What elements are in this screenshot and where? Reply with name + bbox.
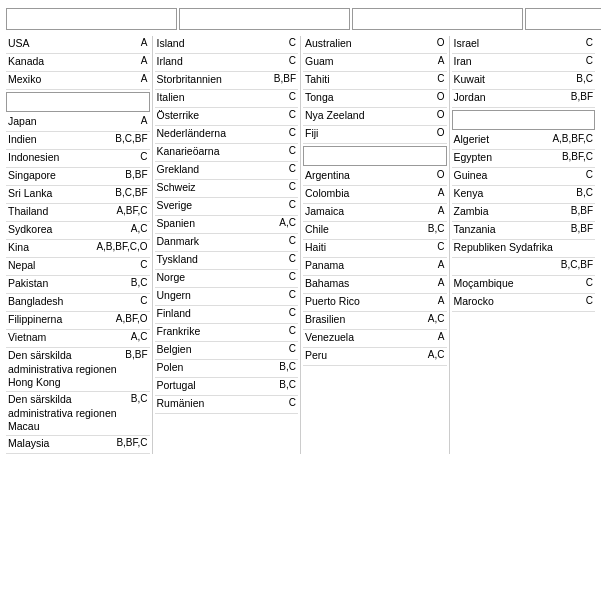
country-code: C [289,181,296,192]
header-input-1[interactable] [6,8,177,30]
country-row: IndonesienC [6,150,150,168]
country-name: Irland [157,55,287,69]
country-name: Bangladesh [8,295,138,309]
country-name: Fiji [305,127,435,141]
country-code: O [437,37,445,48]
country-code: C [289,37,296,48]
country-code: A,C [279,217,296,228]
country-row: VietnamA,C [6,330,150,348]
country-code: C [289,325,296,336]
country-name: Tyskland [157,253,287,267]
country-code: C [289,343,296,354]
country-row: MoçambiqueC [452,276,596,294]
col-divider-1 [152,36,153,454]
country-row: ÖsterrikeC [155,108,299,126]
country-row: GreklandC [155,162,299,180]
country-code: B,C [576,73,593,84]
inline-input-col3[interactable] [303,146,447,166]
country-name: Jamaica [305,205,436,219]
country-row: AustralienO [303,36,447,54]
country-row: KanadaA [6,54,150,72]
country-code: B,BF [571,91,593,102]
country-row: ChileB,C [303,222,447,240]
country-row: BangladeshC [6,294,150,312]
country-name: Mexiko [8,73,139,87]
country-row: B,C,BF [452,258,596,276]
country-row: FijiO [303,126,447,144]
country-code: C [586,55,593,66]
country-row: JordanB,BF [452,90,596,108]
country-code: B,BF [571,223,593,234]
country-code: B,C [576,187,593,198]
col-divider-2 [300,36,301,454]
country-row: BelgienC [155,342,299,360]
country-row: Nya ZeelandO [303,108,447,126]
country-code: B,C,BF [561,259,593,270]
country-row: Republiken Sydafrika [452,240,596,258]
country-code: B,C [279,379,296,390]
country-row: NorgeC [155,270,299,288]
country-code: B,C,BF [115,187,147,198]
country-code: C [289,163,296,174]
country-code: C [140,295,147,306]
country-code: O [437,109,445,120]
header-input-3[interactable] [352,8,523,30]
country-row: MarockoC [452,294,596,312]
country-name: Bahamas [305,277,436,291]
country-name: Nederländerna [157,127,287,141]
country-code: O [437,91,445,102]
header-input-4[interactable] [525,8,601,30]
country-name: Nya Zeeland [305,109,435,123]
country-name: Filippinerna [8,313,114,327]
country-code: C [289,127,296,138]
country-code: A [141,115,148,126]
country-name: Thailand [8,205,114,219]
country-name: Belgien [157,343,287,357]
inline-input-col4[interactable] [452,110,596,130]
country-row: ZambiaB,BF [452,204,596,222]
country-row: IslandC [155,36,299,54]
country-row: TysklandC [155,252,299,270]
country-row: IrlandC [155,54,299,72]
country-name: Zambia [454,205,569,219]
country-name: Norge [157,271,287,285]
inline-input-col1[interactable] [6,92,150,112]
country-name: Haiti [305,241,435,255]
country-name: Vietnam [8,331,129,345]
country-name: Indien [8,133,113,147]
country-row: KenyaB,C [452,186,596,204]
country-name: Brasilien [305,313,426,327]
country-row: AlgerietA,B,BF,C [452,132,596,150]
country-name: Japan [8,115,139,129]
country-row: ItalienC [155,90,299,108]
country-row: EgyptenB,BF,C [452,150,596,168]
country-code: B,C [428,223,445,234]
country-row: RumänienC [155,396,299,414]
country-code: A [141,37,148,48]
country-code: O [437,169,445,180]
country-code: A,BF,C [116,205,147,216]
country-name: Algeriet [454,133,551,147]
country-code: C [437,241,444,252]
country-code: C [140,259,147,270]
country-code: B,BF [125,349,147,360]
country-name: Finland [157,307,287,321]
country-name: Island [157,37,287,51]
header-input-2[interactable] [179,8,350,30]
country-name: Jordan [454,91,569,105]
country-row: DanmarkC [155,234,299,252]
country-name: Colombia [305,187,436,201]
country-row: ThailandA,BF,C [6,204,150,222]
country-name: Panama [305,259,436,273]
country-row: TanzaniaB,BF [452,222,596,240]
country-name: Moçambique [454,277,584,291]
country-name: Tonga [305,91,435,105]
country-code: C [289,253,296,264]
country-code: C [289,307,296,318]
country-code: A,BF,O [116,313,148,324]
country-row: FrankrikeC [155,324,299,342]
country-row: SydkoreaA,C [6,222,150,240]
country-name: Kenya [454,187,575,201]
country-code: B,BF [274,73,296,84]
country-code: A [438,205,445,216]
